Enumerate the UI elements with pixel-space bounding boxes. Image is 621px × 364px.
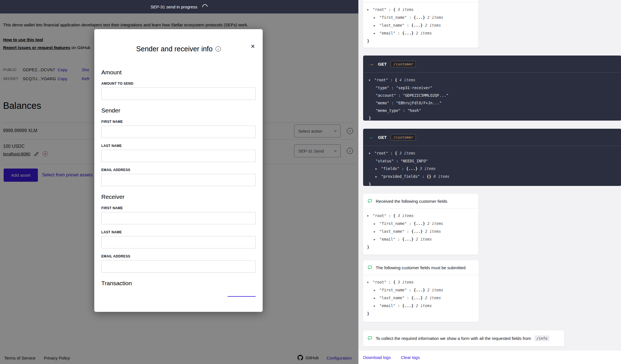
- modal-title: Sender and receiver info i: [101, 45, 256, 53]
- json-token: :: [404, 23, 411, 27]
- json-key: "root": [373, 7, 386, 12]
- json-token: :: [395, 303, 402, 308]
- json-token: :: [386, 213, 393, 218]
- json-tree-line[interactable]: ▼"root" : {3 items: [369, 149, 616, 157]
- download-logs-link[interactable]: Download logs: [363, 355, 391, 360]
- json-tree-line[interactable]: ▶"last_name" : {...}2 items: [367, 22, 474, 29]
- sender-email-input[interactable]: [101, 174, 256, 186]
- json-key: "last_name": [379, 296, 404, 300]
- caret-right-icon[interactable]: ▶: [375, 173, 381, 181]
- screen: SEP-31 send in progress This demo wallet…: [0, 0, 621, 364]
- json-key: "first_name": [379, 288, 407, 292]
- json-tree-line[interactable]: ▶"email" : {...}2 items: [367, 29, 474, 37]
- json-tree-line[interactable]: ▶"last_name" : {...}2 items: [367, 228, 474, 236]
- json-brace: {...}: [411, 23, 423, 27]
- caret-right-icon[interactable]: ▶: [374, 220, 379, 228]
- receiver-last-name-label: LAST NAME: [101, 230, 256, 234]
- json-token: :: [400, 108, 407, 113]
- caret-down-icon[interactable]: ▼: [369, 77, 374, 84]
- json-key: "email": [379, 303, 395, 308]
- transaction-section-heading: Transaction: [101, 280, 256, 287]
- json-key: "email": [379, 31, 395, 35]
- json-close-line: }: [369, 181, 616, 188]
- caret-down-icon[interactable]: ▼: [367, 212, 373, 220]
- json-item-count: 2 items: [425, 296, 441, 300]
- sender-last-name-input[interactable]: [101, 150, 256, 162]
- json-close-brace: }: [367, 245, 369, 249]
- request-direction-in-icon: ←: [369, 134, 374, 140]
- caret-right-icon[interactable]: ▶: [375, 165, 381, 173]
- sender-email-label: EMAIL ADDRESS: [101, 168, 256, 172]
- json-brace: {: [393, 280, 395, 284]
- json-tree-line[interactable]: ▶"first_name" : {...}2 items: [367, 286, 475, 294]
- json-item-count: 3 items: [399, 151, 415, 155]
- amount-input[interactable]: [101, 87, 256, 100]
- close-icon[interactable]: ✕: [249, 42, 256, 51]
- receiver-first-name-input[interactable]: [101, 212, 256, 224]
- json-close-line: }: [367, 310, 475, 317]
- sender-first-name-input[interactable]: [101, 126, 256, 138]
- caret-down-icon[interactable]: ▼: [369, 150, 374, 157]
- caret-down-icon[interactable]: ▼: [367, 279, 373, 286]
- message-icon: [368, 336, 372, 341]
- request-direction-out-icon: →: [369, 61, 374, 67]
- message-text: To collect the required information we s…: [376, 336, 531, 341]
- json-brace: {: [393, 213, 395, 218]
- request-path-badge: /customer: [391, 134, 416, 140]
- receiver-first-name-label: FIRST NAME: [101, 206, 256, 210]
- info-icon[interactable]: i: [216, 46, 221, 52]
- json-token: :: [395, 31, 402, 35]
- caret-right-icon[interactable]: ▶: [374, 228, 379, 236]
- json-token: :: [407, 15, 414, 20]
- json-token: :: [389, 86, 396, 90]
- json-token: :: [404, 229, 411, 234]
- request-method: GET: [378, 135, 387, 140]
- json-tree-line[interactable]: ▶"fields" : {...}3 items: [369, 165, 616, 173]
- json-key: "root": [374, 151, 388, 155]
- receiver-email-input[interactable]: [101, 260, 256, 273]
- receiver-last-name-input[interactable]: [101, 236, 256, 248]
- log-card-message-inline: To collect the required information we s…: [363, 330, 564, 346]
- caret-right-icon[interactable]: ▶: [374, 236, 379, 243]
- json-tree-line[interactable]: ▶"first_name" : {...}2 items: [367, 14, 474, 22]
- log-card-message: The following customer fields must be su…: [363, 260, 479, 322]
- json-close-line: }: [367, 243, 474, 251]
- json-token: :: [388, 78, 395, 82]
- json-tree-line[interactable]: ▶"last_name" : {...}2 items: [367, 294, 475, 302]
- json-tree-line[interactable]: ▼"root" : {3 items: [367, 278, 475, 286]
- caret-right-icon[interactable]: ▶: [374, 22, 379, 29]
- json-tree: ▼"root" : {3 items"status" : "NEEDS_INFO…: [363, 146, 621, 192]
- json-item-count: 2 items: [427, 15, 443, 20]
- json-tree-line[interactable]: ▶"email" : {...}2 items: [367, 236, 474, 243]
- receiver-email-label: EMAIL ADDRESS: [101, 254, 256, 258]
- caret-down-icon[interactable]: ▼: [367, 6, 373, 14]
- json-brace: {...}: [406, 166, 418, 171]
- caret-right-icon[interactable]: ▶: [374, 287, 379, 294]
- json-token: :: [420, 174, 427, 179]
- json-brace: {...}: [402, 237, 414, 241]
- message-header: Received the following customer fields: [363, 194, 478, 209]
- message-text: The following customer fields must be su…: [376, 265, 466, 270]
- clear-logs-link[interactable]: Clear logs: [401, 355, 420, 360]
- modal-title-text: Sender and receiver info: [136, 45, 212, 53]
- caret-right-icon[interactable]: ▶: [374, 302, 379, 310]
- caret-right-icon[interactable]: ▶: [374, 30, 379, 37]
- json-tree-line[interactable]: ▼"root" : {3 items: [367, 212, 474, 220]
- json-key: "memo_type": [375, 108, 400, 113]
- json-tree-line[interactable]: ▶"email" : {...}2 items: [367, 302, 475, 310]
- json-key: "root": [373, 213, 386, 218]
- caret-right-icon[interactable]: ▶: [374, 294, 379, 302]
- json-token: :: [394, 159, 400, 163]
- json-tree-line[interactable]: ▼"root" : {4 items: [369, 76, 616, 84]
- json-value: "sep31-receiver": [396, 86, 432, 90]
- loading-spinner-icon: [201, 3, 209, 11]
- json-tree-line[interactable]: ▶"first_name" : {...}2 items: [367, 220, 474, 228]
- json-item-count: 3 items: [420, 166, 436, 171]
- json-tree: ▼"root" : {4 items"type" : "sep31-receiv…: [363, 73, 621, 126]
- json-token: :: [396, 93, 403, 98]
- json-tree-line[interactable]: ▼"root" : {3 items: [367, 6, 474, 14]
- caret-right-icon[interactable]: ▶: [374, 14, 379, 22]
- json-tree-line: "type" : "sep31-receiver": [369, 84, 616, 92]
- json-token: :: [407, 288, 414, 292]
- json-tree-line[interactable]: ▶"provided_fields" : {}0 items: [369, 173, 616, 181]
